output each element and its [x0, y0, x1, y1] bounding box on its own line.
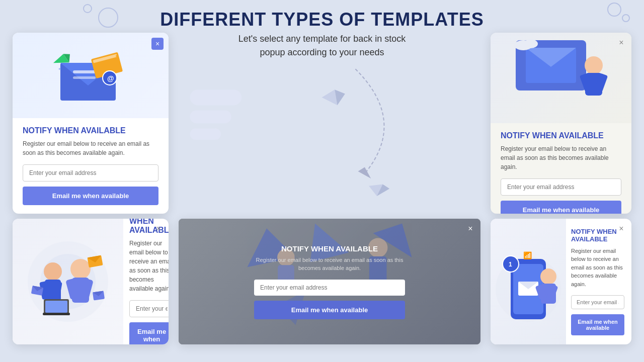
- svg-marker-17: [358, 167, 371, 179]
- popup-4-description: Register our email below to receive an e…: [254, 256, 405, 273]
- popup-3: ×: [13, 219, 169, 344]
- svg-text:✦: ✦: [58, 67, 61, 71]
- svg-point-37: [44, 262, 62, 281]
- svg-text:@: @: [107, 74, 114, 82]
- popup-5: × 1 📶: [491, 219, 631, 344]
- svg-marker-20: [367, 181, 382, 197]
- svg-rect-43: [45, 301, 67, 313]
- popup-2-submit-button[interactable]: Email me when available: [501, 201, 621, 214]
- popup-4-content: NOTIFY WHEN AVAILABLE Register our email…: [254, 244, 405, 319]
- svg-rect-16: [190, 128, 221, 140]
- svg-point-25: [585, 56, 603, 74]
- popup-1-submit-button[interactable]: Email me when available: [23, 187, 158, 205]
- page-title: Different types of templates: [0, 9, 644, 30]
- popup-4-email-input[interactable]: [254, 280, 405, 296]
- popup-1-description: Register our email below to receive an e…: [23, 139, 158, 157]
- popup-5-illustration: 1 📶: [491, 219, 566, 344]
- popups-grid: × @ ✦: [13, 28, 631, 344]
- center-decoration: [174, 28, 486, 214]
- popup-1-content: NOTIFY WHEN AVAILABLE Register our email…: [13, 118, 169, 214]
- svg-text:✦: ✦: [115, 53, 119, 59]
- popup-3-close-button[interactable]: ×: [153, 224, 164, 234]
- popup-1-email-input[interactable]: [23, 164, 158, 182]
- popup-5-content: NOTIFY WHEN AVAILABLE Register our email…: [566, 221, 631, 343]
- svg-rect-15: [190, 110, 231, 123]
- popup-3-content: NOTIFY WHEN AVAILABLE Register our email…: [123, 219, 169, 344]
- svg-point-30: [524, 39, 538, 48]
- popup-5-description: Register our email below to receive an e…: [571, 247, 624, 289]
- popup-4-title: NOTIFY WHEN AVAILABLE: [254, 244, 405, 253]
- svg-rect-5: [73, 76, 96, 79]
- svg-point-66: [540, 268, 556, 285]
- svg-marker-18: [322, 89, 338, 105]
- popup-5-close-button[interactable]: ×: [616, 224, 626, 234]
- popup-5-submit-button[interactable]: Email me when available: [571, 314, 624, 335]
- popup-4-submit-button[interactable]: Email me when available: [254, 301, 405, 319]
- popup-1-illustration: @ ✦ ✦: [13, 33, 169, 118]
- popup-3-submit-button[interactable]: Email me when available: [129, 322, 169, 345]
- svg-text:1: 1: [509, 261, 512, 268]
- popup-3-description: Register our email below to receive an e…: [129, 239, 169, 293]
- popup-2-description: Register your email below to receive an …: [501, 144, 621, 171]
- popup-1: × @ ✦: [13, 33, 169, 214]
- popup-5-email-input[interactable]: [571, 295, 624, 309]
- svg-point-33: [70, 259, 91, 279]
- popup-2-close-button[interactable]: ×: [616, 38, 626, 48]
- popup-2: × NOTIFY WHEN AVAILABLE Register your: [491, 33, 631, 214]
- svg-rect-42: [43, 313, 70, 315]
- popup-2-title: NOTIFY WHEN AVAILABLE: [501, 131, 621, 140]
- popup-1-title: NOTIFY WHEN AVAILABLE: [23, 126, 158, 135]
- popup-2-email-input[interactable]: [501, 178, 621, 196]
- popup-3-illustration: [13, 219, 123, 344]
- svg-rect-14: [190, 89, 242, 105]
- popup-2-illustration: [491, 33, 631, 123]
- popup-4: × NOTIFY WHEN AVAILABLE Register our ema…: [179, 219, 480, 344]
- svg-text:📶: 📶: [523, 251, 532, 260]
- popup-2-content: NOTIFY WHEN AVAILABLE Register your emai…: [491, 123, 631, 214]
- popup-1-close-button[interactable]: ×: [151, 38, 164, 50]
- popup-3-email-input[interactable]: [129, 300, 169, 317]
- popup-4-close-button[interactable]: ×: [465, 224, 475, 234]
